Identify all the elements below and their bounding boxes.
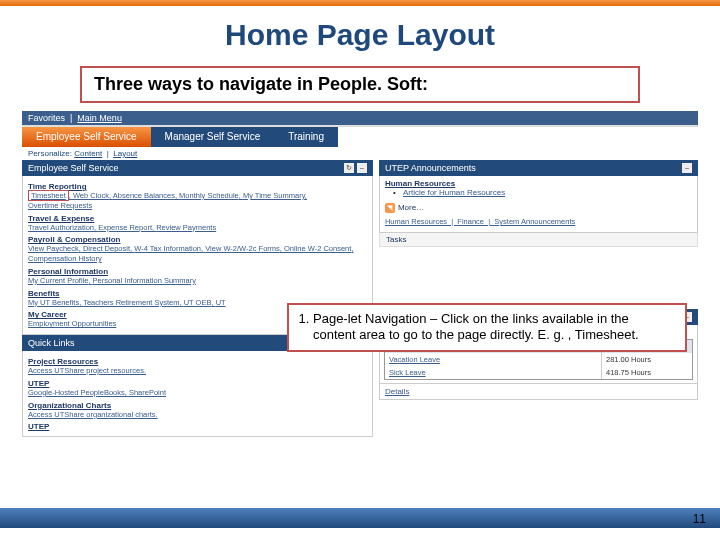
link-trs[interactable]: Teachers Retirement System: [83, 298, 179, 307]
personalize-bar: Personalize: Content | Layout: [22, 147, 698, 160]
cell-sick-d: 418.75 Hours: [602, 366, 692, 379]
link-gpb[interactable]: Google-Hosted PeopleBooks: [28, 388, 125, 397]
ann-b1[interactable]: Human Resources: [385, 217, 447, 226]
cell-sick[interactable]: Sick Leave: [385, 366, 602, 379]
ql-body: Project Resources Access UTShare project…: [22, 351, 373, 437]
minimize-icon[interactable]: –: [357, 163, 367, 173]
ql-ut: UTEP: [28, 379, 367, 388]
link-ot[interactable]: Overtime Requests: [28, 201, 92, 210]
top-accent: [0, 0, 720, 6]
link-ut[interactable]: UT: [216, 298, 226, 307]
link-dd[interactable]: Direct Deposit: [83, 244, 130, 253]
link-monsched[interactable]: Monthly Schedule: [179, 191, 239, 200]
main-menu-link[interactable]: Main Menu: [77, 113, 122, 123]
els-details[interactable]: Details: [379, 384, 698, 400]
ann-article[interactable]: Article for Human Resources: [403, 188, 692, 197]
main-columns: Employee Self Service ↻– Time Reporting …: [22, 160, 698, 437]
page-number: 11: [693, 512, 706, 526]
section-pi: Personal Information: [28, 267, 367, 276]
link-w2[interactable]: View W-2/W-2c Forms: [205, 244, 280, 253]
callout-box: Page-let Navigation – Click on the links…: [287, 303, 687, 352]
right-column: UTEP Announcements – Human Resources Art…: [379, 160, 698, 437]
link-rp[interactable]: Review Payments: [156, 223, 216, 232]
link-er[interactable]: Expense Report: [98, 223, 152, 232]
section-pc: Payroll & Compensation: [28, 235, 367, 244]
link-sp[interactable]: SharePoint: [129, 388, 166, 397]
link-vp[interactable]: View Paycheck: [28, 244, 79, 253]
ann-more[interactable]: ◥More…: [385, 203, 692, 213]
ann-b3[interactable]: System Announcements: [494, 217, 575, 226]
link-mub[interactable]: My UT Benefits: [28, 298, 79, 307]
callout-text: Page-let Navigation – Click on the links…: [313, 311, 675, 344]
subtitle-box: Three ways to navigate in People. Soft:: [80, 66, 640, 103]
fav-bar: Favorites | Main Menu: [22, 111, 698, 125]
tab-mss[interactable]: Manager Self Service: [151, 127, 275, 147]
minimize-icon[interactable]: –: [682, 163, 692, 173]
ann-b2[interactable]: Finance: [457, 217, 484, 226]
link-oeb[interactable]: UT OEB: [184, 298, 212, 307]
ann-header: UTEP Announcements –: [379, 160, 698, 176]
link-absbal[interactable]: Absence Balances: [113, 191, 175, 200]
tab-ess[interactable]: Employee Self Service: [22, 127, 151, 147]
tasks-header: Tasks: [379, 233, 698, 247]
link-mytime[interactable]: My Time Summary: [243, 191, 305, 200]
link-w4[interactable]: W-4 Tax Information: [134, 244, 201, 253]
ql-oc: Organizational Charts: [28, 401, 367, 410]
favorites-label[interactable]: Favorites: [28, 113, 65, 123]
link-ch[interactable]: Compensation History: [28, 254, 102, 263]
screenshot: Favorites | Main Menu Employee Self Serv…: [22, 111, 698, 437]
rss-icon: ◥: [385, 203, 395, 213]
link-eo[interactable]: Employment Opportunities: [28, 319, 116, 328]
ann-body: Human Resources Article for Human Resour…: [379, 176, 698, 233]
link-mcp[interactable]: My Current Profile: [28, 276, 88, 285]
footer-bar: [0, 508, 720, 528]
page-title: Home Page Layout: [0, 18, 720, 52]
link-oc1[interactable]: Access UTShare organizational charts.: [28, 410, 158, 419]
link-ta[interactable]: Travel Authorization: [28, 223, 94, 232]
table-row: Vacation Leave 281.00 Hours: [385, 353, 692, 366]
refresh-icon[interactable]: ↻: [344, 163, 354, 173]
tab-training[interactable]: Training: [274, 127, 338, 147]
nav-tabs: Employee Self Service Manager Self Servi…: [22, 127, 698, 147]
ann-hr: Human Resources: [385, 179, 692, 188]
section-ben: Benefits: [28, 289, 367, 298]
ql-u2: UTEP: [28, 422, 367, 431]
left-column: Employee Self Service ↻– Time Reporting …: [22, 160, 373, 437]
link-webclock[interactable]: Web Clock: [73, 191, 109, 200]
link-w2c[interactable]: Online W-2 Consent: [284, 244, 351, 253]
cell-vac[interactable]: Vacation Leave: [385, 353, 602, 366]
link-pr1[interactable]: Access UTShare project resources.: [28, 366, 146, 375]
personalize-layout[interactable]: Layout: [113, 149, 137, 158]
section-time: Time Reporting: [28, 182, 367, 191]
ess-header: Employee Self Service ↻–: [22, 160, 373, 176]
table-row: Sick Leave 418.75 Hours: [385, 366, 692, 379]
link-pis[interactable]: Personal Information Summary: [93, 276, 196, 285]
cell-vac-d: 281.00 Hours: [602, 353, 692, 366]
link-timesheet[interactable]: Timesheet: [28, 190, 69, 201]
personalize-content[interactable]: Content: [74, 149, 102, 158]
ql-pr: Project Resources: [28, 357, 367, 366]
section-te: Travel & Expense: [28, 214, 367, 223]
